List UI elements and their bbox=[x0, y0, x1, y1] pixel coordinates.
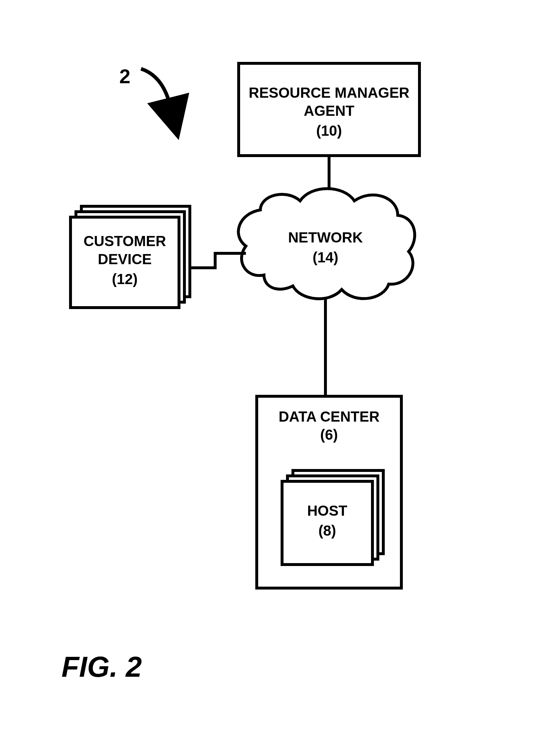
customer-device-ref: (12) bbox=[112, 271, 137, 287]
resource-manager-box: RESOURCE MANAGER AGENT (10) bbox=[239, 63, 419, 156]
network-ref: (14) bbox=[312, 249, 338, 265]
customer-device-subtitle: DEVICE bbox=[98, 251, 152, 267]
resource-manager-subtitle: AGENT bbox=[304, 103, 354, 119]
resource-manager-ref: (10) bbox=[316, 123, 342, 139]
host-ref: (8) bbox=[319, 523, 336, 539]
resource-manager-title: RESOURCE MANAGER bbox=[249, 85, 410, 101]
figure-ref-group: 2 bbox=[119, 65, 170, 105]
data-center-title: DATA CENTER bbox=[278, 409, 379, 425]
customer-device-stack: CUSTOMER DEVICE (12) bbox=[71, 206, 190, 308]
network-title: NETWORK bbox=[288, 229, 363, 245]
connector-customer-network bbox=[190, 253, 246, 268]
host-stack: HOST (8) bbox=[282, 470, 383, 565]
data-center-ref: (6) bbox=[320, 427, 338, 443]
ref-arrow bbox=[141, 69, 170, 105]
data-center-box: DATA CENTER (6) HOST (8) bbox=[257, 396, 401, 588]
diagram-canvas: 2 RESOURCE MANAGER AGENT (10) NETWORK (1… bbox=[0, 0, 550, 756]
network-cloud: NETWORK (14) bbox=[238, 189, 415, 299]
figure-ref-numeral: 2 bbox=[119, 65, 131, 88]
diagram-svg: 2 RESOURCE MANAGER AGENT (10) NETWORK (1… bbox=[0, 0, 550, 756]
host-title: HOST bbox=[307, 503, 347, 519]
figure-label: FIG. 2 bbox=[61, 651, 142, 683]
customer-device-title: CUSTOMER bbox=[84, 233, 166, 249]
